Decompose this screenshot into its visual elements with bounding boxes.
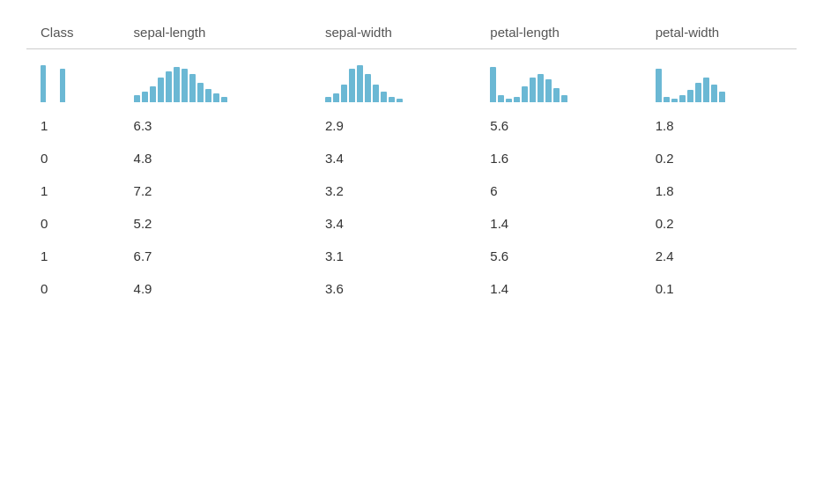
histogram-bar	[687, 90, 693, 102]
col-header-sepal-length: sepal-length	[123, 18, 315, 49]
data-table: Class sepal-length sepal-width petal-len…	[26, 18, 797, 305]
histogram-bar	[166, 71, 172, 102]
histogram-bar	[221, 97, 227, 102]
histogram-bar	[174, 67, 180, 102]
sepal_length-histogram	[134, 60, 304, 102]
histogram-bar	[150, 86, 156, 102]
cell-sepal_width: 3.4	[315, 207, 479, 240]
col-header-petal-length: petal-length	[479, 18, 644, 49]
petal_width-histogram	[656, 60, 786, 102]
histogram-bar	[325, 97, 331, 102]
histogram-bar	[719, 92, 725, 102]
histogram-bar	[365, 74, 371, 102]
histogram-bar	[397, 99, 403, 102]
table-row: 16.32.95.61.8	[26, 109, 797, 142]
cell-petal_length: 1.4	[479, 272, 644, 305]
histogram-bar	[381, 92, 387, 102]
cell-sepal_width: 3.6	[315, 272, 479, 305]
cell-class: 1	[26, 109, 123, 142]
cell-sepal_width: 3.4	[315, 142, 479, 174]
histogram-bar	[671, 99, 678, 102]
histogram-bar	[490, 67, 496, 102]
histogram-bar	[349, 69, 355, 102]
histogram-bar	[538, 74, 544, 102]
col-header-class: Class	[26, 18, 123, 49]
cell-sepal_length: 7.2	[123, 174, 315, 207]
histogram-bar	[134, 95, 140, 102]
histogram-bar	[664, 97, 670, 102]
class-histogram-bar	[60, 69, 65, 102]
histogram-bar	[389, 97, 395, 102]
histogram-bar	[182, 69, 188, 102]
histogram-bar	[703, 78, 709, 102]
histogram-bar	[213, 93, 219, 102]
histogram-bar	[158, 78, 164, 102]
cell-sepal_length: 6.3	[123, 109, 315, 142]
table-row: 17.23.261.8	[26, 174, 797, 207]
col-header-petal-width: petal-width	[645, 18, 797, 49]
cell-petal_width: 2.4	[645, 240, 797, 272]
histogram-bar	[333, 93, 339, 102]
cell-sepal_length: 4.8	[123, 142, 315, 174]
histogram-bar	[341, 85, 347, 102]
cell-petal_width: 0.2	[645, 142, 797, 174]
cell-sepal_width: 3.1	[315, 240, 479, 272]
histogram-bar	[357, 65, 363, 102]
cell-sepal_length: 4.9	[123, 272, 315, 305]
class-histogram-bar	[41, 65, 46, 102]
header-row: Class sepal-length sepal-width petal-len…	[26, 18, 797, 49]
col-header-sepal-width: sepal-width	[315, 18, 479, 49]
cell-sepal_length: 5.2	[123, 207, 315, 240]
cell-petal_length: 5.6	[479, 109, 644, 142]
cell-petal_length: 6	[479, 174, 644, 207]
sepal_width-histogram	[325, 60, 469, 102]
histogram-bar	[530, 78, 536, 102]
cell-sepal_width: 3.2	[315, 174, 479, 207]
histogram-bar	[197, 83, 204, 102]
table-row: 16.73.15.62.4	[26, 240, 797, 272]
cell-class: 0	[26, 142, 123, 174]
table-container: Class sepal-length sepal-width petal-len…	[0, 0, 823, 504]
cell-petal_length: 5.6	[479, 240, 644, 272]
cell-sepal_width: 2.9	[315, 109, 479, 142]
histogram-bar	[142, 92, 148, 102]
cell-petal_width: 1.8	[645, 174, 797, 207]
histogram-bar	[506, 99, 512, 102]
cell-petal_width: 0.2	[645, 207, 797, 240]
table-row: 04.83.41.60.2	[26, 142, 797, 174]
petal_length-histogram	[490, 60, 634, 102]
histogram-bar	[205, 89, 211, 102]
table-row: 04.93.61.40.1	[26, 272, 797, 305]
histogram-bar	[695, 83, 701, 102]
histogram-bar	[189, 74, 196, 102]
cell-class: 0	[26, 272, 123, 305]
histogram-row	[26, 49, 797, 110]
histogram-bar	[545, 79, 552, 102]
table-row: 05.23.41.40.2	[26, 207, 797, 240]
histogram-bar	[514, 97, 520, 102]
cell-class: 1	[26, 240, 123, 272]
histogram-bar	[373, 85, 379, 102]
cell-petal_width: 0.1	[645, 272, 797, 305]
histogram-bar	[522, 86, 528, 102]
histogram-bar	[561, 95, 567, 102]
histogram-bar	[498, 95, 504, 102]
histogram-bar	[711, 85, 717, 102]
cell-sepal_length: 6.7	[123, 240, 315, 272]
histogram-bar	[656, 69, 662, 102]
histogram-bar	[679, 95, 686, 102]
cell-class: 0	[26, 207, 123, 240]
cell-petal_length: 1.4	[479, 207, 644, 240]
cell-petal_length: 1.6	[479, 142, 644, 174]
cell-class: 1	[26, 174, 123, 207]
histogram-bar	[553, 88, 560, 102]
cell-petal_width: 1.8	[645, 109, 797, 142]
